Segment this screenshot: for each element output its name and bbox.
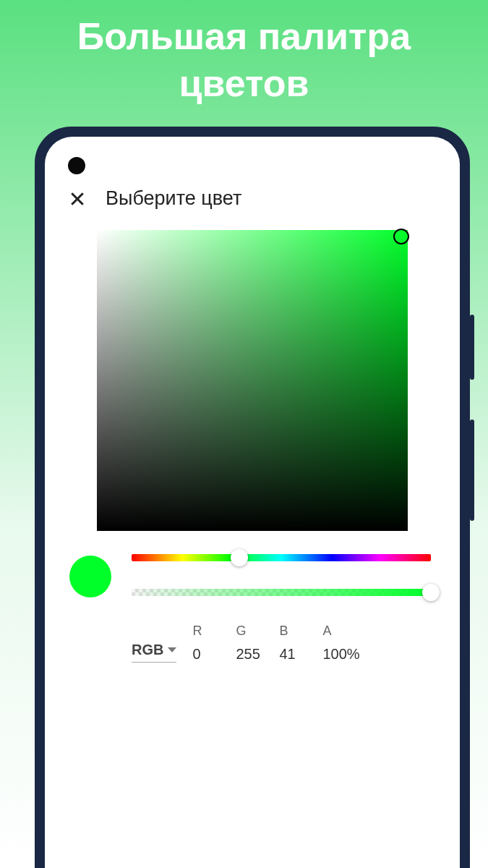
color-swatch — [69, 556, 111, 597]
hue-thumb[interactable] — [231, 549, 248, 566]
channel-b: B 41 — [279, 624, 307, 663]
color-mode-label: RGB — [132, 642, 163, 658]
channel-g: G 255 — [236, 624, 263, 663]
channel-g-value: 255 — [236, 646, 263, 663]
channel-a: A 100% — [322, 624, 366, 663]
chevron-down-icon — [168, 647, 176, 652]
channel-r: R 0 — [192, 624, 220, 663]
channel-r-value: 0 — [192, 646, 220, 663]
sv-cursor[interactable] — [393, 229, 409, 244]
color-mode-select[interactable]: RGB — [132, 642, 176, 663]
saturation-value-field[interactable] — [97, 230, 408, 531]
phone-side-button-bottom — [470, 420, 474, 521]
sliders — [132, 554, 438, 596]
channel-g-label: G — [236, 624, 263, 639]
dialog-header: Выберите цвет — [67, 187, 438, 210]
hue-slider[interactable] — [132, 554, 431, 561]
phone-side-button-top — [470, 315, 474, 380]
sv-black-gradient — [97, 230, 408, 531]
phone-screen: Выберите цвет RGB R — [45, 137, 460, 868]
dialog-title: Выберите цвет — [106, 187, 241, 210]
channel-r-label: R — [192, 624, 220, 639]
alpha-thumb[interactable] — [422, 584, 440, 601]
camera-hole — [68, 157, 85, 174]
phone-frame: Выберите цвет RGB R — [35, 127, 470, 868]
channel-b-label: B — [279, 624, 307, 639]
values-row: RGB R 0 G 255 B 41 A 100% — [67, 624, 438, 663]
channel-b-value: 41 — [279, 646, 307, 663]
promo-title: Большая палитра цветов — [0, 0, 488, 114]
close-icon[interactable] — [69, 191, 85, 207]
channel-a-value: 100% — [322, 646, 366, 663]
channel-a-label: A — [322, 624, 366, 639]
slider-area — [67, 554, 438, 597]
alpha-slider[interactable] — [132, 589, 431, 596]
